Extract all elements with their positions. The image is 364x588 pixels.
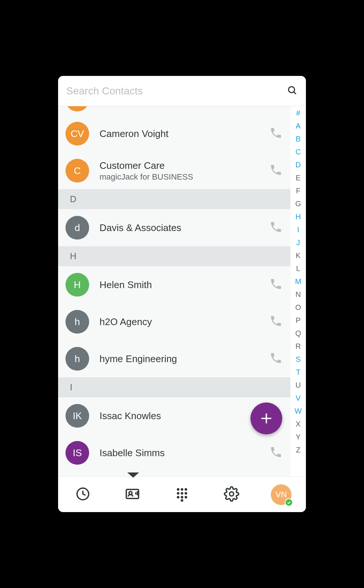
alpha-letter[interactable]: D <box>296 160 301 170</box>
contact-avatar: C <box>65 159 89 183</box>
contact-avatar: IK <box>65 404 89 428</box>
contact-avatar: IS <box>65 441 89 465</box>
alpha-letter[interactable]: A <box>296 121 300 131</box>
main-area: CVCameron VoightCCustomer CaremagicJack … <box>58 106 306 477</box>
contact-name: Helen Smith <box>100 279 268 291</box>
alpha-letter[interactable]: V <box>296 393 300 403</box>
tab-contacts[interactable] <box>108 477 157 512</box>
call-button[interactable] <box>268 445 284 461</box>
alpha-letter[interactable]: Q <box>295 328 301 338</box>
svg-point-13 <box>177 496 179 498</box>
contact-info: h2O Agency <box>100 316 268 328</box>
alpha-letter[interactable]: C <box>296 147 301 157</box>
call-button[interactable] <box>268 126 284 141</box>
alpha-index[interactable]: #ABCDEFGHIJKLMNOPQRSTUVWXYZ <box>290 106 306 477</box>
alpha-letter[interactable]: W <box>295 406 302 416</box>
contact-avatar: CV <box>65 122 89 146</box>
alpha-letter[interactable]: F <box>296 186 300 196</box>
alpha-letter[interactable]: J <box>296 237 300 248</box>
contact-row[interactable]: hh2O Agency <box>58 303 290 340</box>
contact-row[interactable]: ISIsabelle Simms <box>58 434 290 471</box>
tab-settings[interactable] <box>207 477 256 512</box>
call-button[interactable] <box>268 277 284 293</box>
alpha-letter[interactable]: H <box>296 211 301 222</box>
alpha-letter[interactable]: E <box>296 173 300 183</box>
contact-initials: CV <box>71 128 84 140</box>
alpha-letter[interactable]: B <box>296 134 300 144</box>
svg-point-16 <box>181 499 183 502</box>
app-frame: CVCameron VoightCCustomer CaremagicJack … <box>58 76 306 512</box>
contact-avatar: h <box>65 310 89 334</box>
section-header: H <box>58 246 290 266</box>
phone-icon <box>269 445 283 460</box>
tab-profile[interactable]: VN <box>256 477 306 512</box>
active-tab-indicator <box>127 472 139 478</box>
alpha-letter[interactable]: S <box>296 354 300 364</box>
contact-name: hyme Engineering <box>100 353 268 365</box>
contact-row[interactable]: HHelen Smith <box>58 266 290 303</box>
alpha-letter[interactable]: Y <box>296 432 300 442</box>
bottom-toolbar: VN <box>58 477 306 512</box>
alpha-letter[interactable]: G <box>295 198 301 209</box>
phone-icon <box>269 163 283 178</box>
contact-info: Isabelle Simms <box>100 447 268 459</box>
contact-row[interactable]: CCustomer CaremagicJack for BUSINESS <box>58 152 290 189</box>
contact-info: Helen Smith <box>100 279 268 291</box>
contact-name: Issac Knowles <box>100 410 268 422</box>
contact-row[interactable]: dDavis & Associates <box>58 209 290 246</box>
contact-subtitle: magicJack for BUSINESS <box>100 172 268 182</box>
call-button[interactable] <box>268 314 284 330</box>
phone-icon <box>269 220 283 235</box>
contact-row[interactable]: CVCameron Voight <box>58 115 290 152</box>
search-icon[interactable] <box>287 85 298 97</box>
contact-avatar: h <box>65 347 89 371</box>
contact-avatar <box>65 106 89 111</box>
contact-initials: d <box>75 222 80 234</box>
svg-point-12 <box>185 492 187 494</box>
alpha-letter[interactable]: Z <box>296 445 300 455</box>
section-header: D <box>58 189 290 209</box>
contact-info: hyme Engineering <box>100 353 268 365</box>
contact-avatar: d <box>65 216 89 240</box>
alpha-letter[interactable]: X <box>296 419 300 429</box>
alpha-letter[interactable]: # <box>296 108 300 118</box>
add-contact-button[interactable] <box>250 402 282 434</box>
contact-name: Isabelle Simms <box>100 447 268 459</box>
contact-name: Davis & Associates <box>100 222 268 234</box>
contact-name: Cameron Voight <box>100 128 268 140</box>
alpha-letter[interactable]: M <box>295 276 301 287</box>
call-button[interactable] <box>268 163 284 178</box>
svg-point-9 <box>185 488 187 491</box>
section-header: I <box>58 377 290 397</box>
profile-avatar: VN <box>271 484 291 505</box>
call-button[interactable] <box>268 351 284 367</box>
alpha-letter[interactable]: T <box>296 367 300 377</box>
alpha-letter[interactable]: L <box>296 263 300 274</box>
contact-initials: IS <box>73 447 82 459</box>
svg-point-10 <box>177 492 179 494</box>
search-input[interactable] <box>66 85 287 97</box>
contact-initials: H <box>74 279 81 291</box>
svg-point-15 <box>185 496 187 498</box>
alpha-letter[interactable]: O <box>295 302 301 313</box>
alpha-letter[interactable]: R <box>296 341 301 351</box>
contact-info: Davis & Associates <box>100 222 268 234</box>
contact-initials: C <box>74 165 81 177</box>
phone-icon <box>269 126 283 141</box>
phone-icon <box>269 351 283 366</box>
contact-row[interactable]: hhyme Engineering <box>58 340 290 377</box>
phone-icon <box>269 277 283 292</box>
svg-line-1 <box>294 92 296 94</box>
alpha-letter[interactable]: I <box>297 224 299 235</box>
alpha-letter[interactable]: U <box>296 380 301 390</box>
clock-icon <box>75 486 91 503</box>
tab-dialpad[interactable] <box>157 477 207 512</box>
contact-avatar: H <box>65 273 89 297</box>
call-button[interactable] <box>268 220 284 235</box>
alpha-letter[interactable]: N <box>296 289 301 300</box>
tab-recents[interactable] <box>58 477 108 512</box>
alpha-letter[interactable]: K <box>296 250 300 261</box>
profile-initials: VN <box>276 490 287 500</box>
alpha-letter[interactable]: P <box>296 315 300 325</box>
contact-info: Customer CaremagicJack for BUSINESS <box>100 160 268 182</box>
